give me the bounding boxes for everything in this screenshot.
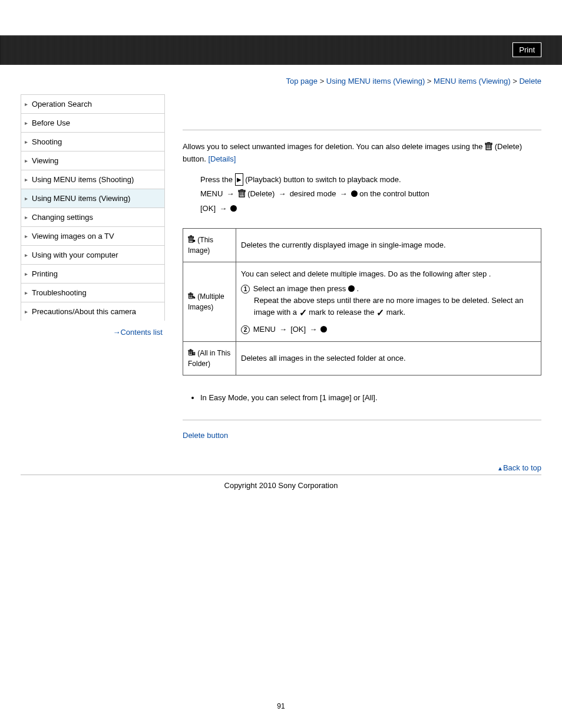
trash-icon [485,142,492,150]
arrow-icon [218,202,229,216]
r2-line1a: You can select and delete multiple image… [241,269,489,278]
step2-delete: (Delete) [247,189,277,198]
step-1: Press the ▶ (Playback) button to switch … [200,173,541,187]
print-button[interactable]: Print [513,42,541,57]
options-table: (This Image) Deletes the currently displ… [183,228,541,375]
nav-before-use[interactable]: Before Use [21,113,165,132]
breadcrumb-current: Delete [519,77,541,85]
step-2: MENU (Delete) desired mode on the contro… [200,187,541,202]
divider [183,130,541,130]
nav-printing[interactable]: Printing [21,264,165,283]
details-link[interactable]: [Details] [208,154,236,163]
intro-text-a: Allows you to select unwanted images for… [183,142,485,151]
breadcrumb: Top page > Using MENU items (Viewing) > … [0,65,562,91]
r2-sub1b: . [356,284,359,293]
row1-label: (This Image) [183,228,236,262]
row2-label: (Multiple Images) [183,262,236,341]
checkmark-icon: ✓ [299,306,307,320]
breadcrumb-top[interactable]: Top page [286,77,318,85]
center-button-icon [320,326,327,332]
svg-rect-3 [192,352,195,355]
row1-desc: Deletes the currently displayed image in… [236,228,541,262]
copyright-text: Copyright 2010 Sony Corporation [0,475,562,496]
back-to-top-link[interactable]: Back to top [497,463,541,472]
step2-mode: desired mode [290,189,338,198]
divider [183,420,541,420]
top-banner [0,0,562,35]
nav-viewing[interactable]: Viewing [21,151,165,170]
r2-sub1e: mark. [386,308,406,317]
circled-1-icon: 1 [241,285,250,294]
nav-using-computer[interactable]: Using with your computer [21,245,165,264]
row2-desc: You can select and delete multiple image… [236,262,541,341]
arrow-icon [278,324,289,335]
table-row: (This Image) Deletes the currently displ… [183,228,541,262]
row3-label: (All in This Folder) [183,341,236,375]
svg-rect-0 [193,240,195,242]
header-stripe: Print [0,35,562,65]
step1-text-b: (Playback) button to switch to playback … [245,175,401,184]
step1-text-a: Press the [200,175,235,184]
trash-icon [238,189,246,197]
nav-viewing-tv[interactable]: Viewing images on a TV [21,226,165,245]
arrow-icon [277,187,287,202]
row3-desc: Deletes all images in the selected folde… [236,341,541,375]
nav-menu-viewing[interactable]: Using MENU items (Viewing) [21,189,165,207]
contents-list-link[interactable]: Contents list [21,321,165,337]
trash-multiple-icon [188,292,196,300]
arrow-icon [225,187,236,202]
nav-shooting[interactable]: Shooting [21,132,165,151]
breadcrumb-sep: > [320,77,326,85]
sidebar-nav: Operation Search Before Use Shooting Vie… [21,94,165,463]
nav-troubleshooting[interactable]: Troubleshooting [21,283,165,302]
breadcrumb-sep: > [513,77,519,85]
arrow-icon [308,324,319,335]
steps-block: Press the ▶ (Playback) button to switch … [183,173,541,216]
center-button-icon [348,285,355,292]
trash-all-icon [188,348,196,357]
nav-precautions[interactable]: Precautions/About this camera [21,302,165,321]
r2-sub2a: MENU [253,325,278,334]
page-number: 91 [0,496,562,722]
step3-ok: [OK] [200,204,218,213]
nav-menu-shooting[interactable]: Using MENU items (Shooting) [21,170,165,189]
main-content: Allows you to select unwanted images for… [183,91,541,463]
step2-menu: MENU [200,189,225,198]
playback-icon: ▶ [235,173,243,186]
circled-2-icon: 2 [241,325,250,334]
r2-sub1d: mark to release the [309,308,376,317]
breadcrumb-sep: > [427,77,434,85]
step2-control: on the control button [359,189,429,198]
intro-paragraph: Allows you to select unwanted images for… [183,141,541,166]
r2-sub1a: Select an image then press [253,284,348,293]
trash-this-icon [188,235,196,243]
nav-operation-search[interactable]: Operation Search [21,94,165,113]
related-topic-link[interactable]: Delete button [183,431,541,440]
step-3: [OK] [200,202,541,216]
notes-list: In Easy Mode, you can select from [1 ima… [183,393,541,402]
r2-sub2b: [OK] [290,325,308,334]
svg-rect-2 [193,297,195,298]
arrow-icon [338,187,349,202]
nav-changing-settings[interactable]: Changing settings [21,207,165,226]
r2-line1b: . [489,269,491,278]
table-row: (All in This Folder) Deletes all images … [183,341,541,375]
breadcrumb-l2[interactable]: Using MENU items (Viewing) [326,77,425,85]
note-item: In Easy Mode, you can select from [1 ima… [200,393,541,402]
center-button-icon [230,205,237,212]
breadcrumb-l3[interactable]: MENU items (Viewing) [434,77,511,85]
table-row: (Multiple Images) You can select and del… [183,262,541,341]
checkmark-icon: ✓ [376,306,384,320]
center-button-icon [351,190,358,197]
back-to-top-row: Back to top [21,463,541,475]
